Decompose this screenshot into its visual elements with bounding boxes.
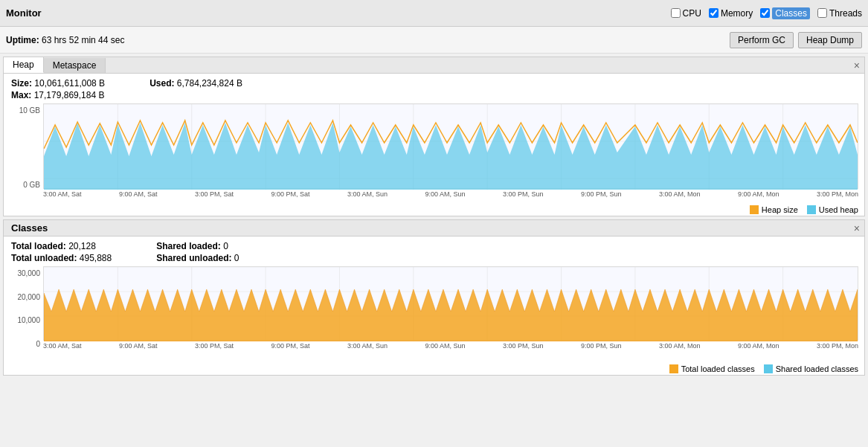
classes-panel-title: Classes [11,222,48,234]
total-loaded-legend-color [669,364,678,373]
cpu-checkbox[interactable] [671,8,681,18]
heap-panel: Heap Metaspace × Size: 10,061,611,008 B … [3,57,865,216]
total-loaded-label: Total loaded: [11,241,66,251]
uptime-label: Uptime: [6,35,39,45]
shared-loaded-label: Shared loaded: [156,241,221,251]
heap-y-bottom: 0 GB [23,181,40,189]
heap-y-axis: 10 GB 0 GB [10,103,43,189]
heap-legend: Heap size Used heap [4,204,864,216]
shared-unloaded-label: Shared unloaded: [156,253,231,263]
classes-y-mid1: 20,000 [17,293,40,301]
checkbox-group: CPU Memory Classes Threads [671,7,862,19]
app-title: Monitor [6,7,42,19]
heap-panel-header: Heap Metaspace × [4,57,864,74]
cpu-label: CPU [683,8,701,19]
heap-max-label: Max: [11,90,31,100]
heap-size-legend: Heap size [750,205,798,214]
uptime-value: 63 hrs 52 min 44 sec [42,35,124,45]
classes-stats: Total loaded: 20,128 Total unloaded: 495… [4,237,864,266]
threads-checkbox[interactable] [817,8,827,18]
perform-gc-button[interactable]: Perform GC [730,32,794,48]
threads-label: Threads [829,8,862,19]
shared-loaded-line: Shared loaded: 0 [156,241,239,251]
shared-loaded-value: 0 [223,241,228,251]
total-unloaded-line: Total unloaded: 495,888 [11,253,112,263]
tab-heap[interactable]: Heap [4,57,44,73]
heap-max-value: 17,179,869,184 B [34,90,105,100]
classes-checkbox-item[interactable]: Classes [760,7,810,19]
classes-panel-header: Classes × [4,220,864,237]
classes-chart-inner [43,266,858,341]
cpu-checkbox-item[interactable]: CPU [671,8,701,19]
heap-size-legend-color [750,205,759,214]
classes-y-axis: 30,000 20,000 10,000 0 [10,266,43,348]
total-loaded-line: Total loaded: 20,128 [11,241,112,251]
classes-y-mid2: 10,000 [17,316,40,324]
action-buttons: Perform GC Heap Dump [730,32,862,48]
used-heap-legend-label: Used heap [819,205,858,214]
memory-label: Memory [721,8,753,19]
heap-max-line: Max: 17,179,869,184 B [11,90,105,100]
heap-chart-container: 10 GB 0 GB [10,103,858,204]
shared-unloaded-line: Shared unloaded: 0 [156,253,239,263]
heap-y-top: 10 GB [19,106,40,115]
uptime-display: Uptime: 63 hrs 52 min 44 sec [6,35,124,45]
heap-used-line: Used: 6,784,234,824 B [150,78,242,89]
heap-panel-close[interactable]: × [854,60,860,71]
heap-size-label: Size: [11,78,32,89]
heap-used-value: 6,784,234,824 B [177,78,242,89]
heap-chart-svg [44,104,858,190]
used-heap-legend: Used heap [807,205,858,214]
classes-legend: Total loaded classes Shared loaded class… [4,363,864,375]
shared-loaded-legend-label: Shared loaded classes [776,364,858,373]
total-loaded-legend-label: Total loaded classes [681,364,755,373]
total-unloaded-label: Total unloaded: [11,253,77,263]
shared-loaded-legend-color [764,364,773,373]
shared-unloaded-value: 0 [234,253,239,263]
classes-panel-close[interactable]: × [854,222,860,234]
tab-metaspace[interactable]: Metaspace [44,58,106,73]
uptime-bar: Uptime: 63 hrs 52 min 44 sec Perform GC … [0,27,868,54]
classes-checkbox[interactable] [760,8,770,18]
classes-chart-container: 30,000 20,000 10,000 0 [10,266,858,363]
heap-dump-button[interactable]: Heap Dump [798,32,862,48]
heap-size-line: Size: 10,061,611,008 B [11,78,105,89]
heap-chart-inner [43,103,858,189]
heap-used-label: Used: [150,78,174,89]
total-loaded-legend: Total loaded classes [669,364,755,373]
classes-panel: Classes × Total loaded: 20,128 Total unl… [3,219,865,376]
total-loaded-value: 20,128 [68,241,96,251]
memory-checkbox[interactable] [709,8,718,18]
heap-size-legend-label: Heap size [762,205,798,214]
header-bar: Monitor CPU Memory Classes Threads [0,0,868,27]
classes-chart-svg [44,267,858,341]
threads-checkbox-item[interactable]: Threads [817,8,862,19]
total-unloaded-value: 495,888 [80,253,112,263]
heap-x-axis: 3:00 AM, Sat 9:00 AM, Sat 3:00 PM, Sat 9… [43,189,858,199]
used-heap-legend-color [807,205,816,214]
heap-stats: Size: 10,061,611,008 B Max: 17,179,869,1… [4,74,864,103]
classes-label: Classes [772,7,810,19]
shared-loaded-legend: Shared loaded classes [764,364,858,373]
classes-y-bottom: 0 [36,340,40,348]
heap-size-value: 10,061,611,008 B [34,78,105,89]
classes-x-axis: 3:00 AM, Sat 9:00 AM, Sat 3:00 PM, Sat 9… [43,341,858,351]
classes-y-top: 30,000 [17,269,40,277]
memory-checkbox-item[interactable]: Memory [709,8,753,19]
